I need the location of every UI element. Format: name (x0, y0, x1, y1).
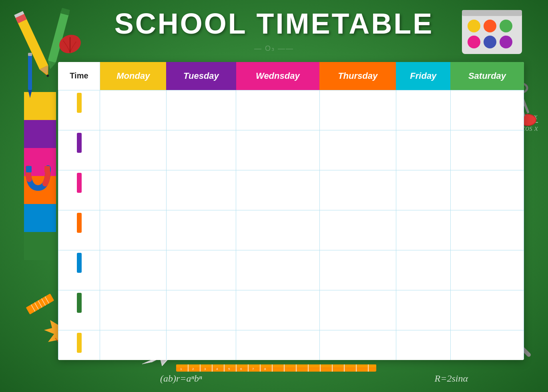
svg-point-20 (500, 36, 512, 48)
time-cell (58, 330, 100, 360)
svg-rect-52 (176, 364, 376, 367)
svg-rect-9 (28, 54, 32, 90)
svg-point-15 (468, 20, 480, 32)
schedule-cell[interactable] (450, 210, 524, 250)
schedule-cell[interactable] (236, 170, 320, 210)
schedule-cell[interactable] (450, 170, 524, 210)
timetable-container: Time Monday Tuesday Wednsday Thursday Fr… (58, 62, 524, 360)
schedule-cell[interactable] (319, 90, 396, 130)
chalk-formula-top: — O₃ —— (254, 44, 294, 53)
table-row (58, 290, 524, 330)
schedule-cell[interactable] (100, 250, 166, 290)
svg-point-17 (500, 20, 512, 32)
ruler-icon (24, 288, 56, 320)
schedule-cell[interactable] (319, 290, 396, 330)
schedule-cell[interactable] (166, 90, 236, 130)
schedule-cell[interactable] (236, 130, 320, 170)
svg-text:5: 5 (228, 367, 230, 371)
header-friday: Friday (396, 62, 450, 90)
timetable: Time Monday Tuesday Wednsday Thursday Fr… (58, 62, 524, 360)
chalk-formula-left: (ab)r=aⁿbⁿ (160, 373, 202, 384)
table-row (58, 130, 524, 170)
time-cell (58, 210, 100, 250)
schedule-cell[interactable] (450, 130, 524, 170)
square-blue (24, 204, 56, 232)
svg-rect-27 (44, 166, 50, 172)
schedule-cell[interactable] (100, 290, 166, 330)
table-row (58, 170, 524, 210)
schedule-cell[interactable] (396, 250, 450, 290)
table-row (58, 210, 524, 250)
schedule-cell[interactable] (396, 290, 450, 330)
schedule-cell[interactable] (396, 90, 450, 130)
square-purple (24, 120, 56, 148)
schedule-cell[interactable] (166, 210, 236, 250)
time-cell (58, 250, 100, 290)
header-monday: Monday (100, 62, 166, 90)
red-leaf-icon (56, 32, 84, 56)
time-cell (58, 130, 100, 170)
square-darkgreen (24, 232, 56, 260)
schedule-cell[interactable] (450, 290, 524, 330)
schedule-cell[interactable] (166, 290, 236, 330)
pen-icon (22, 52, 38, 100)
table-row (58, 250, 524, 290)
schedule-cell[interactable] (319, 210, 396, 250)
table-header-row: Time Monday Tuesday Wednsday Thursday Fr… (58, 62, 524, 90)
header-wednesday: Wednsday (236, 62, 320, 90)
svg-text:6: 6 (240, 367, 242, 371)
time-cell (58, 170, 100, 210)
schedule-cell[interactable] (100, 130, 166, 170)
schedule-cell[interactable] (100, 170, 166, 210)
svg-point-18 (468, 36, 480, 48)
bottom-ruler-icon: 1 2 3 4 5 6 7 8 (176, 361, 376, 374)
schedule-cell[interactable] (236, 90, 320, 130)
schedule-cell[interactable] (166, 170, 236, 210)
schedule-cell[interactable] (236, 330, 320, 360)
schedule-cell[interactable] (166, 330, 236, 360)
schedule-cell[interactable] (319, 170, 396, 210)
schedule-cell[interactable] (100, 90, 166, 130)
magnet-icon (24, 164, 52, 200)
schedule-cell[interactable] (396, 130, 450, 170)
chalk-formula-right: R=2sinα (435, 373, 468, 384)
svg-point-19 (484, 36, 496, 48)
schedule-cell[interactable] (100, 210, 166, 250)
header-tuesday: Tuesday (166, 62, 236, 90)
schedule-cell[interactable] (319, 330, 396, 360)
schedule-cell[interactable] (100, 330, 166, 360)
svg-point-16 (484, 20, 496, 32)
table-row (58, 330, 524, 360)
schedule-cell[interactable] (396, 170, 450, 210)
schedule-cell[interactable] (236, 250, 320, 290)
schedule-cell[interactable] (396, 210, 450, 250)
schedule-cell[interactable] (396, 330, 450, 360)
svg-text:2: 2 (192, 367, 194, 371)
svg-text:4: 4 (216, 367, 218, 371)
schedule-cell[interactable] (166, 130, 236, 170)
schedule-cell[interactable] (450, 250, 524, 290)
schedule-cell[interactable] (319, 250, 396, 290)
svg-rect-14 (462, 10, 522, 16)
schedule-cell[interactable] (236, 210, 320, 250)
schedule-cell[interactable] (450, 330, 524, 360)
time-cell (58, 90, 100, 130)
svg-rect-11 (28, 53, 32, 56)
svg-text:7: 7 (252, 367, 254, 371)
schedule-cell[interactable] (319, 130, 396, 170)
header-time: Time (58, 62, 100, 90)
svg-rect-26 (26, 166, 32, 172)
watercolor-palette-icon (460, 4, 524, 60)
header-saturday: Saturday (450, 62, 524, 90)
svg-marker-10 (28, 90, 32, 98)
schedule-cell[interactable] (236, 290, 320, 330)
time-cell (58, 290, 100, 330)
schedule-cell[interactable] (450, 90, 524, 130)
svg-text:3: 3 (204, 367, 206, 371)
header-thursday: Thursday (319, 62, 396, 90)
svg-text:8: 8 (264, 367, 266, 371)
svg-text:1: 1 (180, 367, 182, 371)
table-row (58, 90, 524, 130)
schedule-cell[interactable] (166, 250, 236, 290)
